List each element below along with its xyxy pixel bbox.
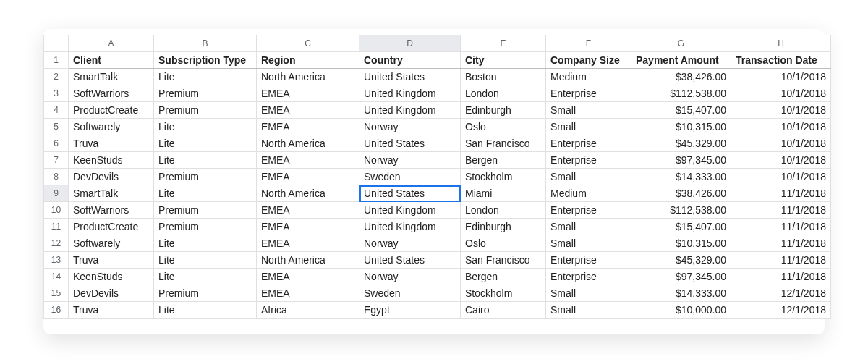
row-number[interactable]: 4	[44, 102, 69, 119]
cell[interactable]: United Kingdom	[359, 102, 461, 119]
cell[interactable]: Norway	[359, 152, 461, 169]
header-cell[interactable]: Client	[69, 52, 154, 69]
cell[interactable]: SmartTalk	[69, 69, 154, 85]
cell[interactable]: Premium	[154, 169, 257, 185]
cell[interactable]: $97,345.00	[631, 269, 731, 285]
cell[interactable]: 11/1/2018	[731, 252, 831, 269]
cell[interactable]: 10/1/2018	[731, 169, 831, 185]
row-number[interactable]: 16	[44, 302, 69, 319]
cell[interactable]: SmartTalk	[69, 185, 154, 202]
cell[interactable]: Medium	[546, 185, 631, 202]
cell[interactable]: 12/1/2018	[731, 285, 831, 302]
cell[interactable]: Softwarely	[69, 235, 154, 252]
cell[interactable]: Premium	[154, 102, 257, 119]
row-number[interactable]: 15	[44, 285, 69, 302]
cell[interactable]: San Francisco	[461, 252, 546, 269]
cell[interactable]: Small	[546, 102, 631, 119]
cell[interactable]: Enterprise	[546, 135, 631, 152]
cell[interactable]: $112,538.00	[631, 202, 731, 219]
cell[interactable]: Norway	[359, 119, 461, 135]
header-cell[interactable]: Company Size	[546, 52, 631, 69]
cell[interactable]: SoftWarriors	[69, 202, 154, 219]
cell[interactable]: Small	[546, 302, 631, 319]
row-number[interactable]: 7	[44, 152, 69, 169]
cell[interactable]: 11/1/2018	[731, 269, 831, 285]
cell[interactable]: DevDevils	[69, 169, 154, 185]
cell[interactable]: San Francisco	[461, 135, 546, 152]
cell[interactable]: KeenStuds	[69, 152, 154, 169]
cell[interactable]: Norway	[359, 269, 461, 285]
cell[interactable]: London	[461, 202, 546, 219]
cell[interactable]: Edinburgh	[461, 219, 546, 235]
cell[interactable]: North America	[257, 252, 359, 269]
cell[interactable]: 10/1/2018	[731, 135, 831, 152]
cell[interactable]: United Kingdom	[359, 202, 461, 219]
cell[interactable]: 10/1/2018	[731, 119, 831, 135]
cell[interactable]: $10,315.00	[631, 235, 731, 252]
cell[interactable]: United Kingdom	[359, 219, 461, 235]
cell[interactable]: Truva	[69, 252, 154, 269]
header-cell[interactable]: City	[461, 52, 546, 69]
cell[interactable]: United States	[359, 252, 461, 269]
cell[interactable]: ProductCreate	[69, 102, 154, 119]
cell[interactable]: $38,426.00	[631, 69, 731, 85]
cell[interactable]: Sweden	[359, 169, 461, 185]
cell[interactable]: EMEA	[257, 152, 359, 169]
cell[interactable]: $15,407.00	[631, 102, 731, 119]
column-header[interactable]: D	[359, 35, 461, 52]
cell[interactable]: Egypt	[359, 302, 461, 319]
cell[interactable]: EMEA	[257, 102, 359, 119]
cell[interactable]: Edinburgh	[461, 102, 546, 119]
row-number[interactable]: 1	[44, 52, 69, 69]
cell[interactable]: United Kingdom	[359, 85, 461, 102]
cell[interactable]: Cairo	[461, 302, 546, 319]
cell[interactable]: 12/1/2018	[731, 302, 831, 319]
cell[interactable]: Truva	[69, 302, 154, 319]
cell[interactable]: $14,333.00	[631, 169, 731, 185]
cell[interactable]: 11/1/2018	[731, 185, 831, 202]
cell[interactable]: Stockholm	[461, 169, 546, 185]
column-header[interactable]: H	[731, 35, 831, 52]
cell[interactable]: Premium	[154, 285, 257, 302]
cell[interactable]: Small	[546, 235, 631, 252]
cell[interactable]: Small	[546, 285, 631, 302]
cell[interactable]: $45,329.00	[631, 252, 731, 269]
cell[interactable]: Enterprise	[546, 152, 631, 169]
header-cell[interactable]: Subscription Type	[154, 52, 257, 69]
cell[interactable]: Enterprise	[546, 252, 631, 269]
cell[interactable]: Boston	[461, 69, 546, 85]
row-number[interactable]: 10	[44, 202, 69, 219]
cell[interactable]: DevDevils	[69, 285, 154, 302]
header-cell[interactable]: Region	[257, 52, 359, 69]
cell[interactable]: Lite	[154, 119, 257, 135]
row-number[interactable]: 6	[44, 135, 69, 152]
cell[interactable]: United States	[359, 69, 461, 85]
cell[interactable]: KeenStuds	[69, 269, 154, 285]
spreadsheet[interactable]: ABCDEFGH1ClientSubscription TypeRegionCo…	[43, 29, 825, 334]
cell[interactable]: Lite	[154, 135, 257, 152]
spreadsheet-grid[interactable]: ABCDEFGH1ClientSubscription TypeRegionCo…	[43, 35, 831, 319]
cell[interactable]: EMEA	[257, 202, 359, 219]
row-number[interactable]: 2	[44, 69, 69, 85]
cell[interactable]: Small	[546, 219, 631, 235]
column-header[interactable]: A	[69, 35, 154, 52]
cell[interactable]: EMEA	[257, 269, 359, 285]
cell[interactable]: $45,329.00	[631, 135, 731, 152]
column-header[interactable]: G	[631, 35, 731, 52]
cell[interactable]: EMEA	[257, 219, 359, 235]
row-number[interactable]: 3	[44, 85, 69, 102]
cell[interactable]: Premium	[154, 85, 257, 102]
cell[interactable]: Small	[546, 119, 631, 135]
cell[interactable]: Lite	[154, 152, 257, 169]
column-header[interactable]: B	[154, 35, 257, 52]
cell[interactable]: Oslo	[461, 119, 546, 135]
cell[interactable]: 10/1/2018	[731, 69, 831, 85]
row-number[interactable]: 14	[44, 269, 69, 285]
row-number[interactable]: 12	[44, 235, 69, 252]
cell[interactable]: Bergen	[461, 152, 546, 169]
cell[interactable]: 10/1/2018	[731, 152, 831, 169]
cell[interactable]: Oslo	[461, 235, 546, 252]
cell[interactable]: North America	[257, 135, 359, 152]
cell[interactable]: United States	[359, 185, 461, 202]
cell[interactable]: Sweden	[359, 285, 461, 302]
